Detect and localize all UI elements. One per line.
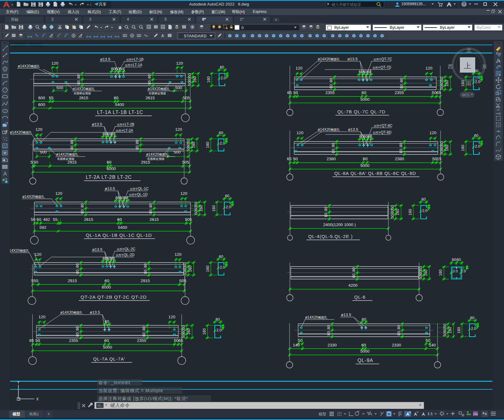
svg-text:50: 50 bbox=[186, 147, 191, 151]
svg-text:80: 80 bbox=[80, 203, 85, 208]
svg-text:15: 15 bbox=[437, 157, 441, 161]
svg-text:500: 500 bbox=[40, 150, 47, 154]
svg-text:50: 50 bbox=[419, 275, 423, 279]
svg-text:60: 60 bbox=[443, 328, 447, 332]
svg-text:80: 80 bbox=[135, 146, 139, 150]
svg-text:60: 60 bbox=[188, 78, 192, 82]
svg-text:ø14X20椭圆孔: ø14X20椭圆孔 bbox=[318, 127, 340, 132]
svg-text:20: 20 bbox=[461, 266, 465, 270]
svg-text:80: 80 bbox=[147, 81, 152, 85]
svg-text:60: 60 bbox=[107, 160, 111, 165]
svg-text:2915: 2915 bbox=[141, 160, 150, 165]
svg-text:80: 80 bbox=[75, 263, 80, 268]
svg-text:2380: 2380 bbox=[327, 157, 336, 161]
svg-text:160: 160 bbox=[191, 142, 196, 148]
svg-text:120: 120 bbox=[176, 61, 183, 66]
svg-text:120: 120 bbox=[39, 315, 46, 319]
svg-text:Y: Y bbox=[17, 380, 20, 384]
svg-text:60: 60 bbox=[440, 146, 444, 150]
svg-text:80: 80 bbox=[143, 270, 148, 274]
svg-text:80: 80 bbox=[75, 332, 80, 337]
svg-text:120: 120 bbox=[51, 61, 59, 66]
svg-text:60: 60 bbox=[116, 195, 120, 200]
svg-text:仅用于QT-8D: 仅用于QT-8D bbox=[373, 130, 392, 134]
svg-text:482: 482 bbox=[43, 217, 50, 222]
svg-text:80: 80 bbox=[331, 149, 335, 153]
svg-text:ø14X20椭圆孔: ø14X20椭圆孔 bbox=[318, 57, 340, 61]
svg-text:160: 160 bbox=[202, 328, 207, 335]
svg-text:ø13.5: ø13.5 bbox=[90, 310, 100, 315]
svg-text:2330: 2330 bbox=[392, 343, 401, 347]
svg-text:80: 80 bbox=[142, 332, 146, 337]
svg-text:ø14X20椭圆孔: ø14X20椭圆孔 bbox=[60, 310, 82, 315]
svg-text:80: 80 bbox=[70, 140, 74, 144]
svg-text:160: 160 bbox=[207, 76, 211, 83]
svg-text:?: ? bbox=[191, 25, 193, 29]
svg-text:仅用于LT-1A: 仅用于LT-1A bbox=[125, 63, 142, 67]
svg-text:2.0: 2.0 bbox=[220, 265, 225, 270]
svg-text:5400: 5400 bbox=[118, 225, 127, 230]
svg-text:60: 60 bbox=[225, 194, 229, 198]
svg-text:160: 160 bbox=[188, 266, 192, 272]
svg-text:160: 160 bbox=[396, 209, 400, 215]
svg-text:60: 60 bbox=[36, 217, 41, 222]
svg-text:160: 160 bbox=[424, 270, 428, 276]
svg-text:60: 60 bbox=[390, 210, 395, 214]
svg-text:50: 50 bbox=[181, 325, 186, 329]
svg-text:60: 60 bbox=[362, 317, 366, 322]
svg-text:仅用于QT-8C: 仅用于QT-8C bbox=[374, 123, 392, 128]
svg-text:WCS: WCS bbox=[462, 93, 469, 97]
svg-text:80: 80 bbox=[400, 84, 404, 89]
svg-text:50: 50 bbox=[426, 338, 430, 343]
svg-text:60: 60 bbox=[104, 338, 109, 343]
svg-text:60: 60 bbox=[422, 197, 426, 202]
svg-text:ø13.5: ø13.5 bbox=[348, 127, 358, 132]
svg-text:60: 60 bbox=[470, 316, 475, 320]
svg-text:50: 50 bbox=[440, 150, 444, 154]
svg-text:50: 50 bbox=[419, 266, 423, 271]
svg-text:80: 80 bbox=[327, 325, 331, 329]
svg-text:60: 60 bbox=[104, 278, 109, 283]
svg-text:LT-2A LT-2B LT-2C: LT-2A LT-2B LT-2C bbox=[86, 175, 132, 180]
svg-text:东: 东 bbox=[482, 64, 487, 70]
svg-text:160: 160 bbox=[457, 327, 461, 334]
svg-text:50: 50 bbox=[186, 139, 191, 143]
svg-text:60: 60 bbox=[419, 271, 423, 275]
svg-text:50: 50 bbox=[293, 157, 297, 161]
svg-text:505: 505 bbox=[183, 96, 190, 100]
svg-text:120: 120 bbox=[297, 131, 304, 135]
svg-text:80: 80 bbox=[352, 267, 356, 272]
svg-text:仅用于QT-7D: 仅用于QT-7D bbox=[373, 65, 391, 70]
svg-text:2.0: 2.0 bbox=[221, 76, 226, 80]
svg-text:2.0: 2.0 bbox=[220, 141, 225, 146]
svg-text:20: 20 bbox=[221, 325, 225, 328]
svg-text:60: 60 bbox=[363, 157, 367, 161]
svg-text:2915: 2915 bbox=[141, 278, 150, 283]
svg-text:5000: 5000 bbox=[360, 349, 369, 354]
svg-text:80: 80 bbox=[329, 78, 333, 82]
svg-text:50: 50 bbox=[440, 85, 444, 90]
svg-text:20: 20 bbox=[480, 141, 483, 145]
svg-text:仅用于QL-2D: 仅用于QL-2D bbox=[116, 253, 135, 257]
svg-text:80: 80 bbox=[399, 143, 403, 147]
svg-text:X: X bbox=[36, 397, 39, 401]
svg-text:2615: 2615 bbox=[79, 96, 88, 100]
svg-text:60: 60 bbox=[181, 329, 186, 334]
svg-text:50: 50 bbox=[390, 214, 395, 218]
svg-text:600: 600 bbox=[38, 96, 45, 100]
svg-text:ø13.5: ø13.5 bbox=[347, 57, 358, 61]
svg-text:仅用于QL-1D: 仅用于QL-1D bbox=[129, 192, 148, 197]
svg-text:140: 140 bbox=[429, 343, 436, 347]
svg-text:ø14X20椭圆孔: ø14X20椭圆孔 bbox=[18, 64, 40, 68]
svg-text:500: 500 bbox=[174, 150, 181, 154]
svg-text:ø14X20椭圆孔: ø14X20椭圆孔 bbox=[148, 87, 170, 91]
svg-text:20: 20 bbox=[225, 138, 228, 142]
svg-text:50: 50 bbox=[183, 271, 187, 275]
svg-text:60: 60 bbox=[117, 217, 122, 222]
svg-text:20: 20 bbox=[476, 323, 479, 327]
svg-text:80: 80 bbox=[75, 326, 80, 331]
svg-text:2400(1200 1000 ): 2400(1200 1000 ) bbox=[323, 222, 356, 227]
svg-text:160: 160 bbox=[445, 80, 449, 87]
svg-text:仅用于LT-1B: 仅用于LT-1B bbox=[126, 57, 144, 62]
svg-text:ø14X20椭圆孔: ø14X20椭圆孔 bbox=[56, 152, 78, 157]
